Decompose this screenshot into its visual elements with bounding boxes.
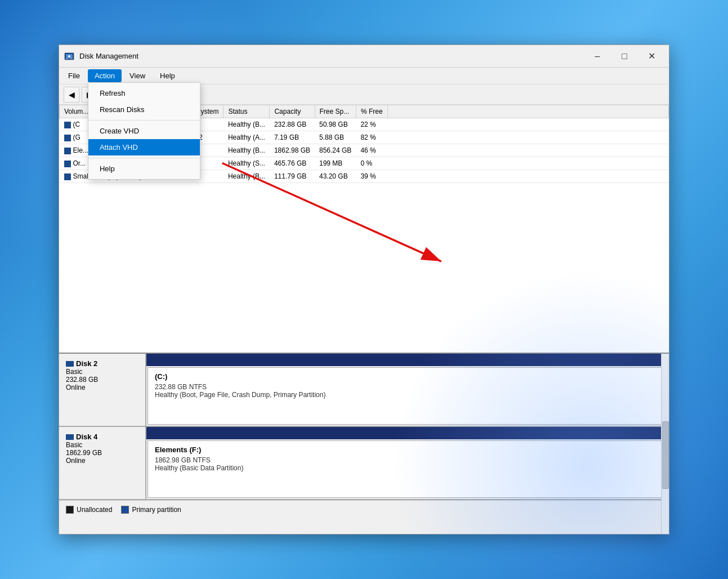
menu-bar: File Action Refresh Rescan Disks Create … bbox=[59, 68, 669, 84]
cell-percentfree: 22 % bbox=[356, 118, 387, 131]
partition-status: Healthy (Basic Data Partition) bbox=[155, 464, 660, 472]
disk-row: Disk 2 Basic 232.88 GB Online (C:) 232.8… bbox=[59, 354, 669, 427]
minimize-button[interactable]: – bbox=[584, 47, 610, 65]
action-dropdown: Refresh Rescan Disks Create VHD Attach V… bbox=[88, 82, 200, 180]
legend-primary: Primary partition bbox=[121, 506, 181, 514]
col-extra bbox=[387, 105, 668, 118]
maximize-button[interactable]: □ bbox=[611, 47, 637, 65]
col-percentfree[interactable]: % Free bbox=[356, 105, 387, 118]
action-menu[interactable]: Action bbox=[88, 69, 122, 82]
disk-size: 232.88 GB bbox=[66, 376, 139, 384]
refresh-item[interactable]: Refresh bbox=[88, 85, 200, 101]
cell-status: Healthy (B... bbox=[224, 144, 270, 157]
partition-title: (C:) bbox=[155, 372, 660, 381]
disk-management-window: Disk Management – □ ✕ File Action Refres… bbox=[59, 44, 669, 535]
disk-partition-area: (C:) 232.88 GB NTFS Healthy (Boot, Page … bbox=[146, 354, 669, 426]
disk-name-label: Disk 4 bbox=[76, 433, 97, 441]
disk-icon bbox=[66, 361, 74, 367]
dropdown-separator-2 bbox=[88, 158, 200, 158]
close-button[interactable]: ✕ bbox=[638, 47, 664, 65]
disk-rows-container: Disk 2 Basic 232.88 GB Online (C:) 232.8… bbox=[59, 354, 669, 500]
file-menu[interactable]: File bbox=[61, 69, 87, 82]
create-vhd-item[interactable]: Create VHD bbox=[88, 123, 200, 139]
disk-name: Disk 4 bbox=[66, 433, 139, 441]
help-menu[interactable]: Help bbox=[153, 69, 182, 82]
disk-row: Disk 4 Basic 1862.99 GB Online Elements … bbox=[59, 427, 669, 500]
window-controls: – □ ✕ bbox=[584, 47, 664, 65]
col-capacity[interactable]: Capacity bbox=[270, 105, 315, 118]
cell-status: Healthy (B... bbox=[224, 118, 270, 131]
attach-vhd-item[interactable]: Attach VHD bbox=[88, 139, 200, 155]
disk-info: Disk 4 Basic 1862.99 GB Online bbox=[59, 427, 146, 499]
cell-capacity: 232.88 GB bbox=[270, 118, 315, 131]
svg-rect-3 bbox=[70, 59, 73, 59]
file-menu-wrapper: File bbox=[61, 69, 87, 82]
back-button[interactable]: ◀ bbox=[64, 87, 79, 103]
disk-status: Online bbox=[66, 457, 139, 465]
cell-capacity: 1862.98 GB bbox=[270, 144, 315, 157]
disk-info: Disk 2 Basic 232.88 GB Online bbox=[59, 354, 146, 426]
disk-partition[interactable]: Elements (F:) 1862.98 GB NTFS Healthy (B… bbox=[148, 440, 668, 498]
cell-percentfree: 0 % bbox=[356, 157, 387, 170]
disk-header-bar bbox=[146, 354, 669, 366]
disk-status: Online bbox=[66, 384, 139, 391]
cell-status: Healthy (B... bbox=[224, 170, 270, 183]
col-freespace[interactable]: Free Sp... bbox=[315, 105, 356, 118]
cell-capacity: 465.76 GB bbox=[270, 157, 315, 170]
partition-status: Healthy (Boot, Page File, Crash Dump, Pr… bbox=[155, 391, 660, 399]
legend-unallocated: Unallocated bbox=[66, 506, 112, 514]
legend-bar: Unallocated Primary partition bbox=[59, 500, 669, 518]
svg-point-4 bbox=[68, 55, 70, 57]
window-title: Disk Management bbox=[79, 52, 584, 60]
help-item[interactable]: Help bbox=[88, 161, 200, 177]
cell-percentfree: 82 % bbox=[356, 131, 387, 144]
svg-rect-2 bbox=[66, 59, 68, 59]
title-bar: Disk Management – □ ✕ bbox=[59, 45, 669, 68]
app-icon bbox=[64, 51, 75, 62]
cell-freespace: 43.20 GB bbox=[315, 170, 356, 183]
cell-percentfree: 39 % bbox=[356, 170, 387, 183]
legend-unallocated-label: Unallocated bbox=[77, 506, 112, 514]
disk-size: 1862.99 GB bbox=[66, 449, 139, 457]
rescan-item[interactable]: Rescan Disks bbox=[88, 101, 200, 118]
scrollbar-thumb[interactable] bbox=[662, 421, 669, 489]
cell-status: Healthy (S... bbox=[224, 157, 270, 170]
partition-size-fs: 1862.98 GB NTFS bbox=[155, 456, 660, 464]
legend-primary-label: Primary partition bbox=[132, 506, 181, 514]
cell-freespace: 50.98 GB bbox=[315, 118, 356, 131]
view-menu[interactable]: View bbox=[123, 69, 152, 82]
col-status[interactable]: Status bbox=[224, 105, 270, 118]
action-menu-wrapper: Action Refresh Rescan Disks Create VHD A… bbox=[88, 69, 122, 82]
scrollbar[interactable] bbox=[661, 354, 669, 534]
legend-unallocated-box bbox=[66, 506, 74, 514]
partition-size-fs: 232.88 GB NTFS bbox=[155, 383, 660, 391]
cell-capacity: 7.19 GB bbox=[270, 131, 315, 144]
cell-status: Healthy (A... bbox=[224, 131, 270, 144]
disk-name-label: Disk 2 bbox=[76, 359, 97, 368]
cell-capacity: 111.79 GB bbox=[270, 170, 315, 183]
cell-percentfree: 46 % bbox=[356, 144, 387, 157]
disk-area: Disk 2 Basic 232.88 GB Online (C:) 232.8… bbox=[59, 354, 669, 534]
legend-primary-box bbox=[121, 506, 129, 514]
cell-freespace: 856.24 GB bbox=[315, 144, 356, 157]
dropdown-separator bbox=[88, 120, 200, 121]
disk-type: Basic bbox=[66, 368, 139, 376]
disk-partition-area: Elements (F:) 1862.98 GB NTFS Healthy (B… bbox=[146, 427, 669, 499]
disk-header-bar bbox=[146, 427, 669, 439]
disk-name: Disk 2 bbox=[66, 359, 139, 368]
disk-icon bbox=[66, 434, 74, 440]
cell-freespace: 5.88 GB bbox=[315, 131, 356, 144]
disk-partition[interactable]: (C:) 232.88 GB NTFS Healthy (Boot, Page … bbox=[148, 367, 668, 425]
partition-title: Elements (F:) bbox=[155, 446, 660, 454]
cell-freespace: 199 MB bbox=[315, 157, 356, 170]
disk-type: Basic bbox=[66, 441, 139, 449]
